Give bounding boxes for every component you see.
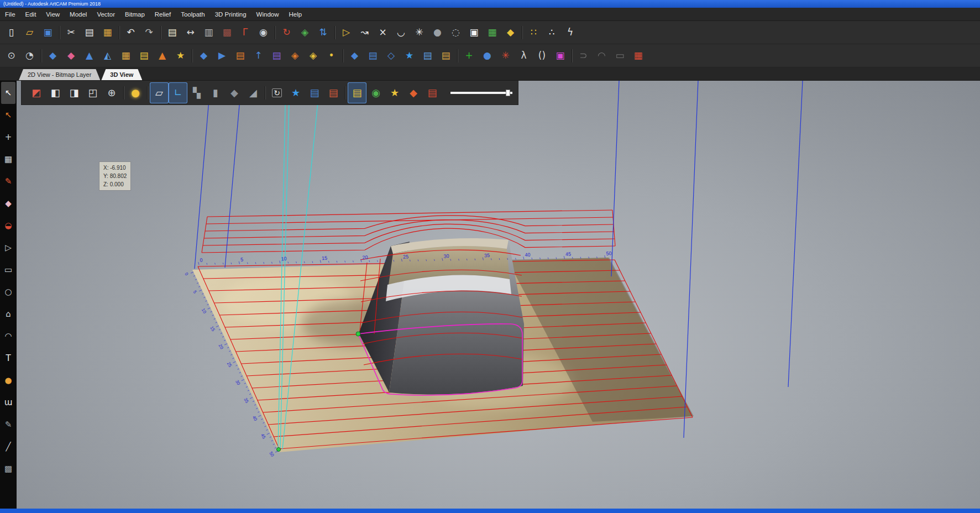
transfer-icon[interactable]: ⇅ — [314, 23, 332, 43]
blend-icon[interactable]: ◌ — [447, 23, 465, 43]
copy-relief-icon[interactable]: ◆ — [345, 46, 364, 66]
spin-tool-icon[interactable]: ↻ — [277, 23, 296, 43]
texture-flow-icon[interactable]: ✳ — [496, 46, 515, 66]
tab-2d-view[interactable]: 2D View - Bitmap Layer — [19, 69, 100, 80]
airbrush-tool-icon[interactable]: ✎ — [1, 413, 15, 436]
zoom-window-icon[interactable]: ⊕ — [102, 82, 121, 103]
menu-relief[interactable]: Relief — [150, 8, 176, 21]
texture-relief-icon[interactable]: ▲ — [153, 46, 171, 66]
menu-vector[interactable]: Vector — [92, 8, 120, 21]
smudge-disabled-icon[interactable]: ⊃ — [574, 46, 593, 66]
zero-plane-icon[interactable]: • — [322, 46, 340, 66]
slice-relief-icon[interactable]: ▤ — [231, 46, 249, 66]
cylinder-icon[interactable]: ▮ — [206, 82, 225, 103]
copy-icon[interactable]: ▤ — [80, 23, 98, 43]
toolpath-sim-icon[interactable]: ★ — [286, 82, 305, 103]
menu-help[interactable]: Help — [284, 8, 307, 21]
sphere-icon[interactable]: ● — [428, 23, 447, 43]
relief-clipart-icon[interactable]: ★ — [171, 46, 190, 66]
carve-icon[interactable]: ◢ — [244, 82, 263, 103]
menu-model[interactable]: Model — [65, 8, 92, 21]
render-preview-icon[interactable]: ◉ — [254, 23, 272, 43]
menu-toolpath[interactable]: Toolpath — [176, 8, 209, 21]
gradient-tool-icon[interactable]: ▩ — [1, 458, 15, 480]
polyline-tool-icon[interactable]: ▷ — [1, 237, 15, 259]
maze-icon[interactable]: ▣ — [465, 23, 483, 43]
shade-mode-icon[interactable]: ◆ — [404, 82, 423, 103]
tab-3d-view[interactable]: 3D View — [101, 69, 142, 80]
join-vectors-icon[interactable]: ◡ — [392, 23, 410, 43]
layout-panels-icon[interactable]: ▥ — [200, 23, 218, 43]
material-block-icon[interactable]: ▤ — [437, 46, 455, 66]
merge-low-icon[interactable]: ◈ — [304, 46, 322, 66]
flip-relief-icon[interactable]: ◇ — [382, 46, 400, 66]
iso-cube-icon[interactable]: ◩ — [27, 82, 46, 103]
menu-edit[interactable]: Edit — [20, 8, 41, 21]
relief-back-icon[interactable]: ▤ — [324, 82, 343, 103]
origin-axes-icon[interactable]: ∟ — [169, 82, 187, 103]
smooth-layer-icon[interactable]: ▤ — [268, 46, 286, 66]
paint-brush-tool-icon[interactable]: ✎ — [1, 170, 15, 192]
stock-diamond-icon[interactable]: ◆ — [225, 82, 244, 103]
vector-clipart-icon[interactable]: ▷ — [337, 23, 355, 43]
polygon-tool-icon[interactable]: ⌂ — [1, 303, 15, 325]
undo-icon[interactable]: ↶ — [122, 23, 140, 43]
vector-node-handle[interactable] — [356, 332, 360, 336]
dot-array-icon[interactable]: ∴ — [543, 23, 561, 43]
menu-view[interactable]: View — [41, 8, 65, 21]
relief-stack-icon[interactable]: ▤ — [364, 46, 382, 66]
mosaic-icon[interactable]: ▩ — [218, 23, 236, 43]
node-chain-icon[interactable]: ϟ — [561, 23, 579, 43]
material-icon[interactable]: ◈ — [296, 23, 314, 43]
zoom-tool-icon[interactable]: ⊙ — [2, 46, 20, 66]
measure-icon[interactable]: ↔ — [181, 23, 200, 43]
opacity-slider-thumb[interactable] — [506, 90, 510, 96]
sculpt-relief-icon[interactable]: ◆ — [62, 46, 80, 66]
knife-tool-icon[interactable]: ╱ — [1, 436, 15, 458]
active-layer-icon[interactable]: ▤ — [348, 82, 366, 103]
find-layer-icon[interactable]: ★ — [385, 82, 404, 103]
eraser-tool-icon[interactable]: ◆ — [1, 192, 15, 214]
transform-tool-icon[interactable]: + — [1, 126, 15, 148]
smudge-tool-icon[interactable]: ɯ — [1, 391, 15, 413]
rectangle-tool-icon[interactable]: ▭ — [1, 259, 15, 281]
ellipse-tool-icon[interactable]: ○ — [1, 281, 15, 303]
scale-relief-icon[interactable]: ↑ — [249, 46, 268, 66]
arc-disabled-icon[interactable]: ◠ — [593, 46, 611, 66]
lamp-icon[interactable]: Γ — [236, 23, 254, 43]
trim-icon[interactable]: × — [374, 23, 392, 43]
droplet-tool-icon[interactable]: ● — [1, 369, 15, 391]
fillet-icon[interactable]: ↝ — [355, 23, 374, 43]
text-tool-icon[interactable]: T — [1, 347, 15, 369]
weave-wizard-icon[interactable]: ▦ — [117, 46, 135, 66]
vector-visibility-icon[interactable]: ◉ — [366, 82, 385, 103]
layer-colors-icon[interactable]: ▤ — [423, 82, 442, 103]
menu-file[interactable]: File — [0, 8, 20, 21]
arc-tool-icon[interactable]: ◠ — [1, 325, 15, 347]
extrude-icon[interactable]: ◆ — [501, 23, 520, 43]
two-rail-ring-icon[interactable]: ◭ — [98, 46, 117, 66]
menu-3d-printing[interactable]: 3D Printing — [210, 8, 251, 21]
target-grid-icon[interactable]: ▦ — [629, 46, 647, 66]
viewport-3d[interactable]: 0510152025303540455005101520253035404550… — [17, 81, 980, 509]
rotate-view-icon[interactable]: ↻ — [268, 82, 286, 103]
pixel-selection-icon[interactable]: ▣ — [551, 46, 569, 66]
bracket-tools-icon[interactable]: () — [533, 46, 551, 66]
star-burst-icon[interactable]: ✳ — [410, 23, 428, 43]
open-folder-icon[interactable]: ▱ — [20, 23, 39, 43]
drawing-plane-icon[interactable]: ▱ — [150, 82, 169, 103]
add-relief-layer-icon[interactable]: + — [460, 46, 478, 66]
paste-icon[interactable]: ▦ — [98, 23, 117, 43]
merge-high-icon[interactable]: ◈ — [286, 46, 304, 66]
block-copy-tool-icon[interactable]: ▦ — [1, 148, 15, 170]
new-document-icon[interactable]: ▯ — [2, 23, 20, 43]
clock-icon[interactable]: ◔ — [20, 46, 39, 66]
redo-icon[interactable]: ↷ — [140, 23, 158, 43]
relief-front-icon[interactable]: ▤ — [305, 82, 324, 103]
script-tools-icon[interactable]: λ — [515, 46, 533, 66]
save-icon[interactable]: ▣ — [39, 23, 57, 43]
select-tool-icon[interactable]: ↖ — [1, 82, 15, 104]
opacity-slider[interactable] — [450, 89, 512, 97]
frame-disabled-icon[interactable]: ▭ — [611, 46, 629, 66]
node-edit-tool-icon[interactable]: ↖ — [1, 104, 15, 126]
